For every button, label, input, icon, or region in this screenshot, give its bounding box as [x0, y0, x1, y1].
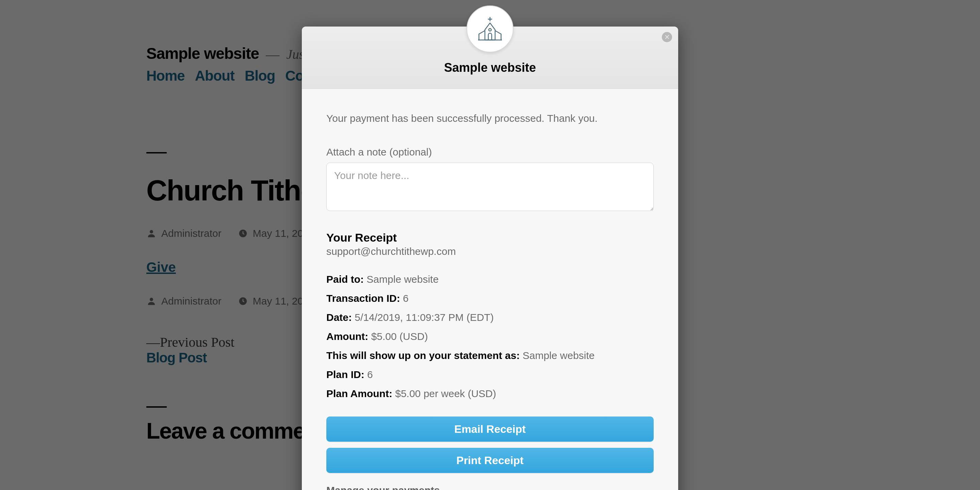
- success-message: Your payment has been successfully proce…: [326, 113, 654, 124]
- receipt-plan-amount-val: $5.00 per week (USD): [395, 388, 496, 399]
- receipt-paid-to: Paid to: Sample website: [326, 274, 654, 285]
- church-icon: [476, 15, 504, 43]
- receipt-paid-to-val: Sample website: [366, 274, 439, 285]
- receipt-paid-to-key: Paid to:: [326, 274, 364, 285]
- manage-payments-link[interactable]: Manage your payments: [326, 485, 440, 490]
- receipt-date: Date: 5/14/2019, 11:09:37 PM (EDT): [326, 312, 654, 323]
- close-icon: ✕: [664, 34, 670, 40]
- note-label: Attach a note (optional): [326, 146, 654, 158]
- receipt-modal: ✕ Sample website Your payment has been s…: [302, 27, 678, 490]
- receipt-plan-id-val: 6: [367, 369, 373, 380]
- receipt-plan-id-key: Plan ID:: [326, 369, 364, 380]
- receipt-amount-val: $5.00 (USD): [371, 331, 428, 342]
- receipt-amount: Amount: $5.00 (USD): [326, 331, 654, 342]
- note-textarea[interactable]: [326, 163, 654, 211]
- email-receipt-button[interactable]: Email Receipt: [326, 417, 654, 442]
- receipt-plan-id: Plan ID: 6: [326, 369, 654, 380]
- receipt-date-val: 5/14/2019, 11:09:37 PM (EDT): [355, 312, 494, 323]
- receipt-amount-key: Amount:: [326, 331, 368, 342]
- receipt-plan-amount: Plan Amount: $5.00 per week (USD): [326, 388, 654, 399]
- receipt-txn-id: Transaction ID: 6: [326, 293, 654, 304]
- modal-overlay[interactable]: ✕ Sample website Your payment has been s…: [0, 0, 980, 490]
- receipt-txn-id-val: 6: [403, 293, 409, 304]
- church-logo: [466, 5, 514, 52]
- print-receipt-button[interactable]: Print Receipt: [326, 448, 654, 473]
- receipt-plan-amount-key: Plan Amount:: [326, 388, 392, 399]
- close-button[interactable]: ✕: [662, 32, 672, 42]
- modal-title: Sample website: [302, 60, 678, 75]
- receipt-statement-key: This will show up on your statement as:: [326, 350, 520, 361]
- receipt-txn-id-key: Transaction ID:: [326, 293, 400, 304]
- modal-body: Your payment has been successfully proce…: [302, 89, 678, 490]
- receipt-date-key: Date:: [326, 312, 352, 323]
- receipt-support-email: support@churchtithewp.com: [326, 246, 654, 257]
- receipt-heading: Your Receipt: [326, 231, 654, 244]
- receipt-statement: This will show up on your statement as: …: [326, 350, 654, 361]
- receipt-statement-val: Sample website: [523, 350, 595, 361]
- svg-point-4: [488, 29, 492, 31]
